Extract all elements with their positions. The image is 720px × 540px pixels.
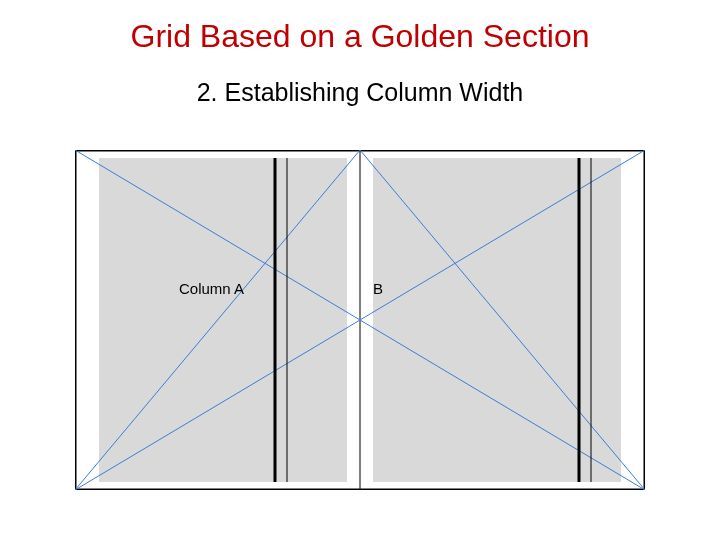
golden-section-diagram: Column A B: [75, 150, 645, 490]
svg-rect-0: [99, 158, 347, 482]
column-a-label: Column A: [179, 280, 244, 297]
page-title: Grid Based on a Golden Section: [0, 18, 720, 55]
svg-rect-1: [373, 158, 621, 482]
diagram-svg: [75, 150, 645, 490]
column-b-label: B: [373, 280, 383, 297]
page-subtitle: 2. Establishing Column Width: [0, 78, 720, 107]
